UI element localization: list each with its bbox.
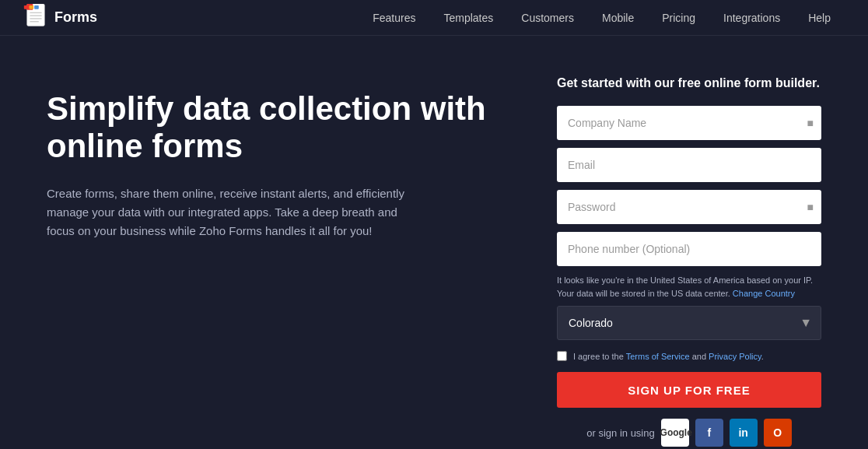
terms-and: and bbox=[690, 352, 709, 361]
terms-checkbox[interactable] bbox=[557, 351, 567, 361]
password-group: ■ bbox=[557, 190, 821, 224]
nav-item-customers[interactable]: Customers bbox=[507, 0, 588, 36]
linkedin-signin-button[interactable]: in bbox=[730, 419, 758, 447]
svg-rect-8 bbox=[29, 5, 33, 9]
nav-item-pricing[interactable]: Pricing bbox=[648, 0, 709, 36]
navbar: Forms Features Templates Customers Mobil… bbox=[0, 0, 868, 36]
svg-rect-7 bbox=[24, 5, 29, 9]
nav-link-customers[interactable]: Customers bbox=[507, 0, 588, 36]
company-icon: ■ bbox=[807, 117, 814, 129]
nav-link-features[interactable]: Features bbox=[359, 0, 429, 36]
google-signin-button[interactable]: Google bbox=[661, 419, 689, 447]
nav-item-templates[interactable]: Templates bbox=[429, 0, 507, 36]
nav-link-integrations[interactable]: Integrations bbox=[709, 0, 794, 36]
brand-icon bbox=[23, 4, 48, 32]
nav-item-help[interactable]: Help bbox=[794, 0, 845, 36]
linkedin-icon: in bbox=[738, 426, 747, 439]
terms-before: I agree to the bbox=[573, 352, 626, 361]
password-input[interactable] bbox=[557, 190, 821, 224]
nav-item-integrations[interactable]: Integrations bbox=[709, 0, 794, 36]
terms-after: . bbox=[761, 352, 764, 361]
svg-rect-9 bbox=[34, 5, 39, 9]
signup-button[interactable]: SIGN UP FOR FREE bbox=[557, 372, 821, 408]
nav-item-mobile[interactable]: Mobile bbox=[588, 0, 648, 36]
hero-title: Simplify data collection with online for… bbox=[47, 90, 526, 166]
nav-link-templates[interactable]: Templates bbox=[429, 0, 507, 36]
privacy-policy-link[interactable]: Privacy Policy bbox=[709, 352, 761, 361]
social-signin: or sign in using Google f in O bbox=[557, 419, 821, 447]
terms-text: I agree to the Terms of Service and Priv… bbox=[573, 352, 764, 361]
office-signin-button[interactable]: O bbox=[764, 419, 792, 447]
state-select-wrapper: Colorado Alabama Alaska Arizona Californ… bbox=[557, 306, 821, 340]
location-info: It looks like you're in the United State… bbox=[557, 274, 821, 300]
brand: Forms bbox=[23, 4, 97, 32]
company-name-group: ■ bbox=[557, 106, 821, 140]
company-name-input[interactable] bbox=[557, 106, 821, 140]
social-signin-label: or sign in using bbox=[586, 427, 654, 439]
brand-name: Forms bbox=[54, 9, 97, 26]
form-title: Get started with our free online form bu… bbox=[557, 75, 821, 92]
nav-link-help[interactable]: Help bbox=[794, 0, 845, 36]
location-info-line1: It looks like you're in the United State… bbox=[557, 275, 813, 285]
state-select[interactable]: Colorado Alabama Alaska Arizona Californ… bbox=[557, 306, 821, 340]
left-section: Simplify data collection with online for… bbox=[47, 75, 526, 447]
phone-group bbox=[557, 232, 821, 266]
signup-form: Get started with our free online form bu… bbox=[557, 75, 821, 447]
location-info-line2: Your data will be stored in the US data … bbox=[557, 289, 730, 298]
terms-row: I agree to the Terms of Service and Priv… bbox=[557, 351, 821, 361]
facebook-icon: f bbox=[707, 426, 711, 439]
google-label: Google bbox=[660, 427, 692, 438]
nav-link-pricing[interactable]: Pricing bbox=[648, 0, 709, 36]
office-icon: O bbox=[773, 426, 782, 439]
nav-link-mobile[interactable]: Mobile bbox=[588, 0, 648, 36]
email-group bbox=[557, 148, 821, 182]
phone-input[interactable] bbox=[557, 232, 821, 266]
facebook-signin-button[interactable]: f bbox=[695, 419, 723, 447]
change-country-link[interactable]: Change Country bbox=[733, 289, 795, 298]
password-icon: ■ bbox=[807, 201, 814, 213]
email-input[interactable] bbox=[557, 148, 821, 182]
nav-links: Features Templates Customers Mobile Pric… bbox=[359, 0, 845, 36]
nav-item-features[interactable]: Features bbox=[359, 0, 429, 36]
terms-of-service-link[interactable]: Terms of Service bbox=[626, 352, 690, 361]
hero-description: Create forms, share them online, receive… bbox=[47, 184, 420, 240]
main-content: Simplify data collection with online for… bbox=[0, 36, 868, 449]
